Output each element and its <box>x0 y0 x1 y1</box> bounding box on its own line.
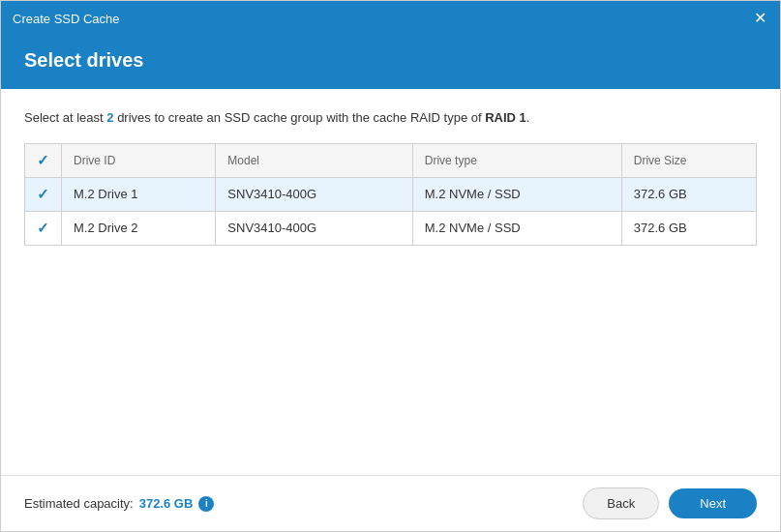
header-drive-type: Drive type <box>412 143 621 177</box>
estimated-value: 372.6 GB <box>139 496 194 511</box>
row-drive-id: M.2 Drive 2 <box>62 211 216 245</box>
estimated-capacity-section: Estimated capacity: 372.6 GB i <box>24 496 214 512</box>
table-row: ✓ M.2 Drive 2 SNV3410-400G M.2 NVMe / SS… <box>25 211 757 245</box>
header-drive-size: Drive Size <box>621 143 756 177</box>
row-drive-size: 372.6 GB <box>621 177 756 211</box>
row-checkbox-cell[interactable]: ✓ <box>25 177 62 211</box>
main-content: Select at least 2 drives to create an SS… <box>1 89 780 475</box>
row-drive-type: M.2 NVMe / SSD <box>412 177 621 211</box>
row-drive-size: 372.6 GB <box>621 211 756 245</box>
header-model: Model <box>216 143 412 177</box>
estimated-label: Estimated capacity: <box>24 496 134 511</box>
row-drive-id: M.2 Drive 1 <box>62 177 216 211</box>
row-checkbox-cell[interactable]: ✓ <box>25 211 62 245</box>
table-row: ✓ M.2 Drive 1 SNV3410-400G M.2 NVMe / SS… <box>25 177 757 211</box>
window-title: Create SSD Cache <box>13 12 120 26</box>
row-model: SNV3410-400G <box>216 177 412 211</box>
info-icon[interactable]: i <box>198 496 214 512</box>
next-button[interactable]: Next <box>669 488 757 518</box>
header-check-icon: ✓ <box>37 152 49 168</box>
desc-prefix: Select at least <box>24 110 106 125</box>
row-check-icon: ✓ <box>37 220 49 236</box>
header-section: Select drives <box>1 36 780 89</box>
header-drive-id: Drive ID <box>62 143 216 177</box>
row-drive-type: M.2 NVMe / SSD <box>412 211 621 245</box>
close-button[interactable]: ✕ <box>752 11 768 26</box>
description-text: Select at least 2 drives to create an SS… <box>24 108 757 128</box>
desc-raid-type: RAID 1 <box>485 110 526 125</box>
desc-count: 2 <box>106 110 113 125</box>
row-model: SNV3410-400G <box>216 211 412 245</box>
footer: Estimated capacity: 372.6 GB i Back Next <box>1 475 780 531</box>
row-check-icon: ✓ <box>37 186 49 202</box>
back-button[interactable]: Back <box>583 488 659 519</box>
desc-suffix: . <box>526 110 530 125</box>
desc-middle: drives to create an SSD cache group with… <box>114 110 486 125</box>
table-header-row: ✓ Drive ID Model Drive type Drive Size <box>25 143 757 177</box>
create-ssd-cache-window: Create SSD Cache ✕ Select drives Select … <box>0 0 781 532</box>
drives-table: ✓ Drive ID Model Drive type Drive Size ✓… <box>24 143 757 246</box>
header-checkbox-col: ✓ <box>25 143 62 177</box>
title-bar: Create SSD Cache ✕ <box>1 1 780 36</box>
page-title: Select drives <box>24 49 757 72</box>
